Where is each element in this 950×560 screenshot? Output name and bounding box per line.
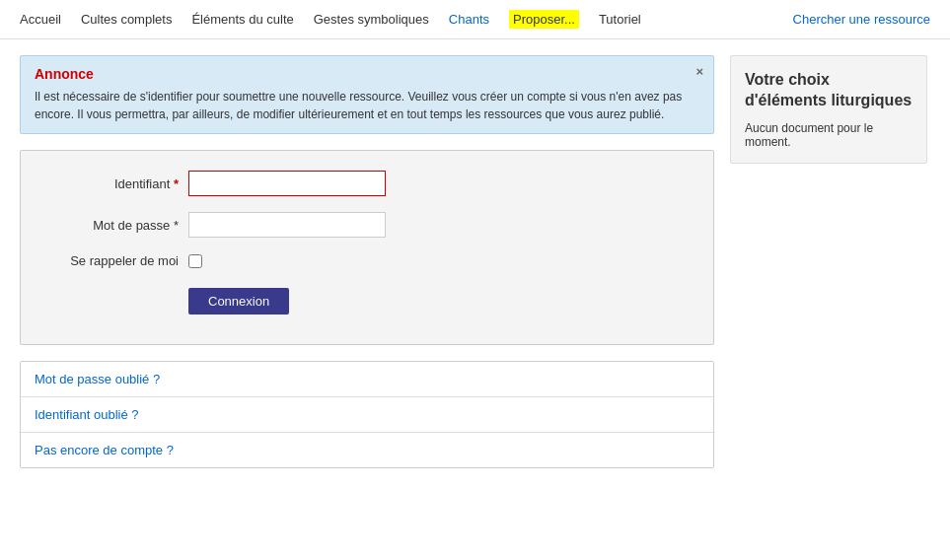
nav-cultes-complets[interactable]: Cultes complets [81,12,172,27]
sidebar-box: Votre choix d'éléments liturgiques Aucun… [730,55,927,164]
forgot-password-link[interactable]: Mot de passe oublié ? [35,372,160,386]
main-column: Annonce × Il est nécessaire de s'identif… [20,55,714,468]
annonce-close-button[interactable]: × [695,64,703,79]
nav-accueil[interactable]: Accueil [20,12,61,27]
sidebar-text: Aucun document pour le moment. [745,121,913,149]
links-box: Mot de passe oublié ? Identifiant oublié… [20,361,714,468]
password-input[interactable] [188,212,386,238]
nav-elements-culte[interactable]: Éléments du culte [191,12,293,27]
login-box: Identifiant * Mot de passe * Se rappeler… [20,150,714,345]
nav-tutoriel[interactable]: Tutoriel [599,12,641,27]
password-row: Mot de passe * [40,212,694,238]
sidebar-title: Votre choix d'éléments liturgiques [745,70,913,111]
sidebar: Votre choix d'éléments liturgiques Aucun… [730,55,927,468]
identifiant-row: Identifiant * [40,171,694,196]
connexion-button[interactable]: Connexion [188,288,289,315]
remember-label: Se rappeler de moi [40,253,179,268]
forgot-username-row: Identifiant oublié ? [21,397,713,433]
forgot-password-row: Mot de passe oublié ? [21,362,713,397]
remember-row: Se rappeler de moi [40,253,694,268]
identifiant-input[interactable] [188,171,386,196]
annonce-box: Annonce × Il est nécessaire de s'identif… [20,55,714,134]
no-account-row: Pas encore de compte ? [21,433,713,467]
forgot-username-link[interactable]: Identifiant oublié ? [35,407,139,422]
annonce-title: Annonce [35,66,699,82]
nav-gestes-symboliques[interactable]: Gestes symboliques [314,12,429,27]
identifiant-label: Identifiant * [40,176,179,191]
password-label: Mot de passe * [40,218,179,233]
nav-proposer[interactable]: Proposer... [509,10,579,29]
main-nav: Accueil Cultes complets Éléments du cult… [0,0,950,39]
remember-checkbox[interactable] [188,254,202,268]
annonce-text: Il est nécessaire de s'identifier pour s… [35,88,699,123]
page-body: Annonce × Il est nécessaire de s'identif… [0,39,947,484]
nav-search[interactable]: Chercher une ressource [793,12,930,27]
nav-chants[interactable]: Chants [449,12,489,27]
no-account-link[interactable]: Pas encore de compte ? [35,443,174,457]
